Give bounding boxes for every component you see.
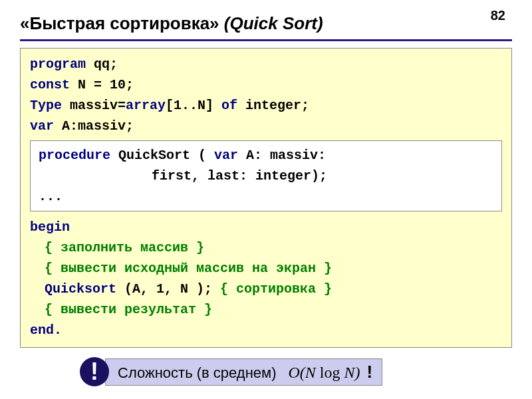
slide-title: «Быстрая сортировка» (Quick Sort) <box>20 13 512 34</box>
complexity-box: Сложность (в среднем) O(N log N) ! <box>105 358 382 386</box>
code-line: procedure QuickSort ( var A: massiv: <box>39 145 493 166</box>
title-en: (Quick Sort) <box>224 13 323 33</box>
code-block-inner: procedure QuickSort ( var A: massiv: fir… <box>30 140 502 211</box>
code-line: end. <box>30 320 502 340</box>
code-line: Type massiv=array[1..N] of integer; <box>30 95 502 116</box>
code-comment: { вывести результат } <box>30 299 502 320</box>
code-line: first, last: integer); <box>39 166 493 186</box>
complexity-label: Сложность (в среднем) <box>118 364 277 382</box>
code-line: ... <box>39 186 493 207</box>
code-comment: { заполнить массив } <box>30 237 502 258</box>
code-line: const N = 10; <box>30 74 502 95</box>
title-underline <box>20 39 512 41</box>
code-line: var A:massiv; <box>30 116 502 136</box>
exclamation-badge: ! <box>80 357 109 386</box>
footer-complexity: ! Сложность (в среднем) O(N log N) ! <box>20 357 512 386</box>
page-number: 82 <box>491 8 505 23</box>
title-ru: «Быстрая сортировка» <box>20 13 219 33</box>
big-o-notation: O(N log N) <box>289 364 360 382</box>
code-block-outer: program qq; const N = 10; Type massiv=ar… <box>20 48 512 348</box>
code-line: Quicksort (A, 1, N ); { сортировка } <box>30 279 502 299</box>
code-line: begin <box>30 217 502 237</box>
code-line: program qq; <box>30 54 502 74</box>
code-comment: { вывести исходный массив на экран } <box>30 258 502 279</box>
exclamation-mark: ! <box>367 362 373 382</box>
slide: 82 «Быстрая сортировка» (Quick Sort) pro… <box>0 0 532 399</box>
